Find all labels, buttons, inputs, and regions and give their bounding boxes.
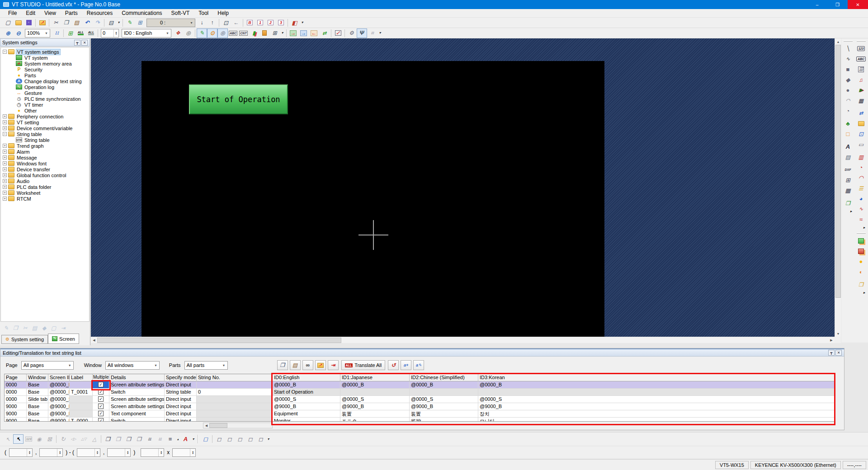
ungroup-button[interactable]: ⌗: [155, 434, 165, 444]
column-header[interactable]: Specify mode: [165, 374, 197, 381]
minimize-button[interactable]: –: [807, 0, 827, 9]
menu-soft-vt[interactable]: Soft-VT: [167, 9, 194, 17]
all-parts-off-button[interactable]: ALL: [86, 28, 96, 38]
menu-file[interactable]: File: [4, 9, 21, 17]
cell-multiple[interactable]: ✓: [93, 418, 109, 422]
cell-screen-id[interactable]: @9000_B: [48, 418, 70, 422]
transfer-to-pc-button[interactable]: →: [298, 28, 309, 38]
tree-item-label[interactable]: Security: [24, 67, 43, 72]
cell-specify-mode[interactable]: Direct input: [165, 403, 197, 410]
edit-mode-button[interactable]: ✎: [197, 28, 207, 38]
table-horizontal-scrollbar[interactable]: ◀: [203, 423, 273, 428]
multiple-checkbox[interactable]: ✓: [98, 382, 104, 387]
cell-chinese[interactable]: @0000_B: [410, 381, 478, 389]
menu-parts[interactable]: Parts: [61, 9, 82, 17]
panel-edit-button[interactable]: ✎: [1, 323, 11, 333]
tree-expander[interactable]: +: [3, 161, 7, 165]
property-button[interactable]: ⚙: [207, 28, 217, 38]
save-button[interactable]: ▫: [24, 18, 34, 28]
select-frame-button[interactable]: ◻: [214, 434, 224, 444]
parts-image-button[interactable]: ◧: [289, 18, 300, 28]
tree-expander[interactable]: +: [3, 191, 7, 195]
tree-expander[interactable]: +: [3, 126, 7, 130]
sector-tool[interactable]: ◔: [842, 106, 854, 116]
linked-select-tool[interactable]: ◉: [34, 434, 44, 444]
cell-korean[interactable]: 모니터: [478, 418, 835, 422]
close-icon[interactable]: ✕: [835, 350, 842, 356]
tree-audio[interactable]: + Audio: [1, 178, 89, 184]
cell-window[interactable]: Base: [27, 389, 48, 396]
tree-item-label[interactable]: String table: [16, 132, 43, 137]
new-file-button[interactable]: ▢: [3, 18, 13, 28]
copy-string-button[interactable]: ❐: [277, 360, 288, 370]
column-header[interactable]: Label: [70, 374, 93, 381]
zoom-tool-button[interactable]: ◎: [217, 28, 228, 38]
table-row[interactable]: 9000 Base @9000_B ✓ Screen attribute set…: [5, 403, 835, 410]
more-switch-tools[interactable]: ▸: [855, 290, 867, 296]
column-header[interactable]: Page: [5, 374, 27, 381]
tree-expander[interactable]: +: [3, 150, 7, 154]
cell-japanese[interactable]: @9000_B: [340, 403, 410, 410]
tree-plc-time-synchronization[interactable]: ◷ PLC time synchronization: [1, 96, 89, 102]
cell-japanese[interactable]: モニタ: [340, 418, 410, 422]
cell-japanese[interactable]: @0000_S: [340, 396, 410, 403]
tree-expander[interactable]: −: [3, 50, 7, 54]
multiple-checkbox[interactable]: ✓: [98, 396, 104, 402]
vt-screen[interactable]: Start of Operation: [142, 61, 604, 337]
cell-details[interactable]: Text component: [109, 410, 165, 418]
cell-label[interactable]: T_0001: [70, 389, 93, 396]
more-drawing-tools[interactable]: ▸: [842, 208, 854, 214]
menu-edit[interactable]: Edit: [21, 9, 40, 17]
tree-alarm[interactable]: + Alarm: [1, 149, 89, 155]
redo-button[interactable]: ↷: [92, 18, 103, 28]
number-select-tool[interactable]: 123: [24, 434, 34, 444]
document-display-tool[interactable]: ▤: [842, 152, 854, 162]
cell-string-no[interactable]: 0: [197, 389, 273, 396]
cell-korean[interactable]: @0000_B: [478, 381, 835, 389]
tree-vt-system[interactable]: VT system: [1, 55, 89, 61]
switch-tool[interactable]: [855, 235, 867, 246]
tree-security[interactable]: P Security: [1, 66, 89, 72]
cell-chinese[interactable]: [410, 389, 478, 396]
maximize-button[interactable]: ❐: [827, 0, 848, 9]
cell-string-no[interactable]: [197, 418, 273, 422]
cell-english[interactable]: @0000_B: [273, 381, 340, 389]
column-header[interactable]: ID1:Japanese: [340, 374, 410, 381]
tree-rtcm[interactable]: + RTCM: [1, 196, 89, 202]
select-touch-button[interactable]: ◻: [235, 434, 245, 444]
scroll-left-icon[interactable]: ◀: [203, 423, 209, 428]
zoom-in-button[interactable]: ⊕: [3, 28, 13, 38]
cell-screen-id[interactable]: @0000_S: [48, 396, 70, 403]
window-filter-combo[interactable]: All windows▼: [105, 361, 160, 370]
window-2-button[interactable]: 2: [265, 18, 276, 28]
tree-string-table[interactable]: STR String table: [1, 137, 89, 143]
cell-english[interactable]: Start of Operation: [273, 389, 340, 396]
panel-cut-button[interactable]: ✂: [20, 323, 30, 333]
cell-string-no[interactable]: [197, 396, 273, 403]
pin-icon[interactable]: ┳: [74, 40, 80, 46]
tree-item-label[interactable]: Worksheet: [16, 190, 41, 196]
column-header[interactable]: ID0:English: [273, 374, 340, 381]
verify-button[interactable]: ⇄: [319, 28, 330, 38]
import-strings-button[interactable]: ⇥: [328, 360, 339, 370]
cell-details[interactable]: Screen attribute settings: [109, 381, 165, 389]
align-button[interactable]: ≡: [165, 434, 175, 444]
option-utility-dropdown[interactable]: ▾: [280, 28, 285, 38]
tree-item-label[interactable]: Other: [24, 108, 38, 113]
select-mode-dropdown[interactable]: ▾: [266, 434, 271, 444]
trend-graph-tool[interactable]: ≈: [855, 214, 867, 225]
cell-multiple[interactable]: ✓: [93, 396, 109, 403]
close-button[interactable]: ✕: [848, 0, 868, 9]
cell-label[interactable]: [70, 410, 93, 418]
cell-label[interactable]: T_0000: [70, 418, 93, 422]
tree-periphery-connection[interactable]: + Periphery connection: [1, 113, 89, 119]
cell-page[interactable]: 0000: [5, 381, 27, 389]
tree-change-display-text-string[interactable]: A Change display text string: [1, 78, 89, 84]
angular-meter-tool[interactable]: ◔: [855, 162, 867, 173]
multiple-checkbox[interactable]: ✓: [98, 411, 104, 416]
tree-parts[interactable]: ● Parts: [1, 72, 89, 78]
select-group-button[interactable]: ◻: [255, 434, 266, 444]
column-header[interactable]: ID2:Chinese (Simplified): [410, 374, 478, 381]
canvas-vertical-scrollbar[interactable]: ▲ ▼: [835, 38, 841, 337]
tree-plc-data-folder[interactable]: + PLC data folder: [1, 184, 89, 190]
